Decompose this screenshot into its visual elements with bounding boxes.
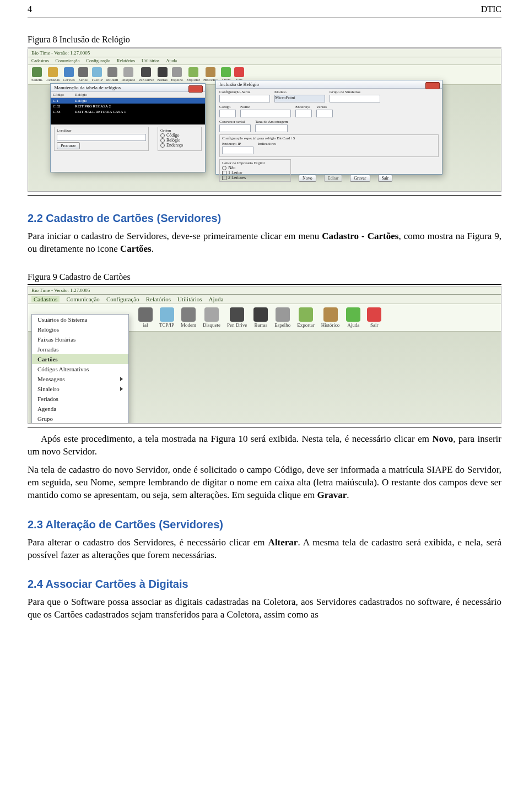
toolbar-item[interactable]: Disquete: [122, 67, 136, 82]
close-icon[interactable]: [425, 82, 440, 89]
menu-item[interactable]: Cartões: [32, 354, 128, 364]
input-nome[interactable]: [240, 110, 291, 117]
field-label: Grupo de Sinaleiros: [330, 90, 380, 94]
select-configuracao[interactable]: [219, 95, 270, 102]
toolbar-icon: [299, 307, 313, 322]
para-after-fig9-1: Após este procedimento, a tela mostrada …: [28, 433, 501, 458]
toolbar-label: Serial: [79, 78, 88, 82]
editar-button[interactable]: Editar: [324, 175, 343, 182]
radio-1leitor[interactable]: 1 Leitor: [222, 170, 288, 175]
sair-button[interactable]: Sair: [378, 175, 393, 182]
toolbar-item[interactable]: Cartões: [63, 67, 74, 82]
toolbar-item[interactable]: Espelho: [274, 307, 290, 328]
menu-item[interactable]: Cadastros: [31, 58, 49, 63]
input-versao[interactable]: [316, 110, 333, 117]
group-label: Configuração especial para relógio BioCa…: [222, 136, 436, 140]
radio-endereco[interactable]: Endereço: [160, 143, 199, 148]
dropdown-cadastros[interactable]: Usuários do SistemaRelógiosFaixas Horári…: [31, 314, 129, 424]
menu-item[interactable]: Ajuda: [166, 58, 177, 63]
toolbar-item[interactable]: Modem: [181, 307, 196, 328]
group-ordem: Ordem Código Relógio Endereço: [158, 127, 202, 151]
cell-relogio: Relógio: [75, 99, 87, 103]
toolbar-item[interactable]: Exportar: [297, 307, 315, 328]
input-taxa[interactable]: [255, 124, 288, 132]
toolbar-item[interactable]: Sistem.: [31, 67, 43, 82]
menu-item[interactable]: Jornadas: [32, 344, 128, 354]
toolbar-icon: [234, 67, 244, 77]
close-icon[interactable]: [188, 85, 203, 93]
radio-nao[interactable]: Não: [222, 165, 288, 170]
table-row[interactable]: C 1Relógio: [51, 98, 205, 104]
gravar-button[interactable]: Gravar: [350, 175, 370, 182]
page-number: 4: [28, 4, 32, 14]
toolbar-item[interactable]: ial: [138, 307, 153, 328]
toolbar-icon: [204, 307, 219, 322]
menu-item[interactable]: Códigos Alternativos: [32, 364, 128, 374]
toolbar-item[interactable]: Jornadas: [46, 67, 60, 82]
toolbar-label: Pen Drive: [138, 78, 154, 82]
menu-item[interactable]: Relatórios: [117, 58, 135, 63]
menu-item[interactable]: Configuração: [106, 296, 139, 302]
chevron-right-icon: [120, 377, 123, 381]
radio-codigo[interactable]: Código: [160, 133, 199, 138]
menu-item[interactable]: Usuários do Sistema: [32, 315, 128, 324]
procurar-button[interactable]: Procurar: [57, 142, 80, 149]
radio-2leitores[interactable]: 2 Leitores: [222, 175, 288, 180]
menubar[interactable]: CadastrosComunicaçãoConfiguraçãoRelatóri…: [28, 57, 501, 65]
toolbar-item[interactable]: Pen Drive: [138, 67, 154, 82]
bold: Cadastro - Cartões: [322, 231, 398, 241]
menu-item[interactable]: Comunicação: [56, 58, 80, 63]
input-endereco-ip[interactable]: [222, 147, 253, 154]
toolbar-item[interactable]: Exportar: [186, 67, 200, 82]
input-codigo[interactable]: [219, 110, 236, 117]
toolbar-item[interactable]: Ajuda: [346, 307, 360, 328]
novo-button[interactable]: Novo: [299, 175, 316, 182]
menu-item[interactable]: Agenda: [32, 404, 128, 414]
menu-item[interactable]: Cadastros: [31, 296, 60, 302]
radio-relogio[interactable]: Relógio: [160, 138, 199, 143]
toolbar-item[interactable]: Disquete: [203, 307, 220, 328]
table-row[interactable]: C 33REIT HALL RETORIA CASA 1: [51, 109, 205, 115]
menu-item[interactable]: Ajuda: [209, 296, 224, 302]
input-conversor[interactable]: [219, 124, 251, 132]
toolbar-item[interactable]: Serial: [78, 67, 88, 82]
toolbar-item[interactable]: TCP/IP: [159, 307, 174, 328]
menu-item[interactable]: Relatórios: [146, 296, 171, 302]
toolbar-item[interactable]: Espelho: [171, 67, 183, 82]
toolbar-label: Exportar: [186, 78, 200, 82]
menu-item[interactable]: Comunicação: [66, 296, 99, 302]
section-2-4-heading: 2.4 Associar Cartões à Digitais: [28, 578, 501, 591]
menu-item[interactable]: Grupo: [32, 414, 128, 424]
toolbar-label: Sair: [370, 323, 379, 328]
menu-item[interactable]: Utilitários: [177, 296, 202, 302]
menu-item[interactable]: Faixas Horárias: [32, 334, 128, 344]
input-endereco[interactable]: [295, 110, 312, 117]
toolbar-icon: [230, 307, 244, 322]
menu-item[interactable]: Mensagens: [32, 374, 128, 384]
select-modelo[interactable]: MicroPoint: [274, 95, 325, 102]
toolbar-item[interactable]: Histórico: [321, 307, 340, 328]
menu-item[interactable]: Feriados: [32, 394, 128, 404]
menubar[interactable]: CadastrosComunicaçãoConfiguraçãoRelatóri…: [28, 295, 501, 304]
toolbar-item[interactable]: Pen Drive: [227, 307, 247, 328]
toolbar-item[interactable]: TCP/IP: [91, 67, 103, 82]
menu-item[interactable]: Relógios: [32, 324, 128, 334]
radio-label: Código: [166, 133, 180, 138]
toolbar-item[interactable]: Barras: [253, 307, 268, 328]
field-label: Versão: [316, 105, 333, 109]
toolbar-item[interactable]: Sair: [367, 307, 381, 328]
table-body[interactable]: C 1RelógioC 32REIT PRO RECASA 2C 33REIT …: [51, 98, 205, 124]
select-grupo[interactable]: [330, 95, 380, 102]
section-2-2-heading: 2.2 Cadastro de Cartões (Servidores): [28, 212, 501, 225]
menu-item[interactable]: Utilitários: [142, 58, 159, 63]
menu-item[interactable]: Sinaleiro: [32, 384, 128, 394]
toolbar-item[interactable]: Modem: [106, 67, 118, 82]
figure8-caption: Figura 8 Inclusão de Relógio: [28, 35, 501, 45]
menu-item-label: Usuários do Sistema: [37, 316, 87, 323]
field-label: Endereço IP: [222, 142, 253, 146]
table-row[interactable]: C 32REIT PRO RECASA 2: [51, 104, 205, 109]
menu-item[interactable]: Configuração: [87, 58, 111, 63]
search-input[interactable]: [57, 134, 146, 141]
toolbar-label: Jornadas: [46, 78, 60, 82]
toolbar-item[interactable]: Barras: [158, 67, 168, 82]
